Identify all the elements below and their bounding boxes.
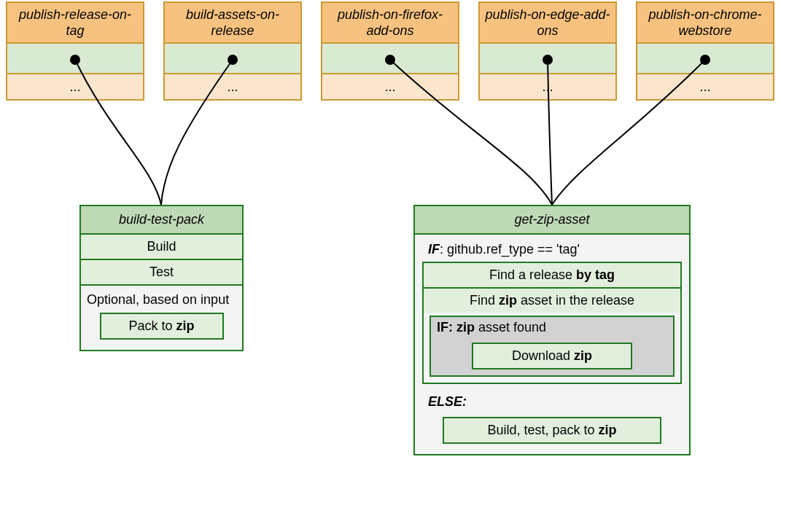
- nested-if-container: IF: zip asset found Download zip: [430, 316, 675, 377]
- workflow-box-publish-on-firefox-add-ons: publish-on-firefox-add-ons ...: [321, 1, 459, 101]
- workflow-title: publish-release-on-tag: [7, 3, 143, 44]
- workflow-dots: ...: [637, 74, 773, 99]
- workflow-dot-band: [7, 44, 143, 74]
- job-title: get-zip-asset: [415, 206, 689, 235]
- workflow-dots: ...: [165, 74, 300, 99]
- workflow-box-build-assets-on-release: build-assets-on-release ...: [163, 1, 302, 101]
- workflow-box-publish-on-edge-add-ons: publish-on-edge-add-ons ...: [478, 1, 617, 101]
- workflow-dot-band: [480, 44, 615, 74]
- workflow-box-publish-release-on-tag: publish-release-on-tag ...: [6, 1, 144, 101]
- workflow-box-publish-on-chrome-webstore: publish-on-chrome-webstore ...: [636, 1, 774, 101]
- job-title: build-test-pack: [81, 206, 242, 235]
- workflow-dot-band: [322, 44, 458, 74]
- diagram-canvas: publish-release-on-tag ... build-assets-…: [0, 0, 789, 532]
- workflow-title: publish-on-chrome-webstore: [637, 3, 773, 44]
- workflow-dots: ...: [480, 74, 615, 99]
- step-build-test-pack-zip: Build, test, pack to zip: [443, 417, 661, 444]
- if-condition-label: IF: github.ref_type == 'tag': [422, 239, 682, 260]
- workflow-title: publish-on-firefox-add-ons: [322, 3, 458, 44]
- job-step-test: Test: [81, 260, 242, 284]
- job-step-pack-to-zip: Pack to zip: [100, 313, 224, 340]
- job-body: IF: github.ref_type == 'tag' Find a rele…: [415, 235, 689, 454]
- workflow-dot-band: [165, 44, 300, 74]
- job-box-get-zip-asset: get-zip-asset IF: github.ref_type == 'ta…: [413, 205, 691, 455]
- workflow-dot-band: [637, 44, 773, 74]
- if-branch-container: Find a release by tag Find zip asset in …: [422, 262, 682, 384]
- job-box-build-test-pack: build-test-pack Build Test Optional, bas…: [79, 205, 244, 351]
- step-find-release-by-tag: Find a release by tag: [424, 263, 680, 289]
- workflow-dots: ...: [322, 74, 458, 99]
- workflow-dots: ...: [7, 74, 143, 99]
- step-download-zip: Download zip: [472, 343, 632, 369]
- else-label: ELSE:: [422, 391, 682, 412]
- job-optional-block: Optional, based on input Pack to zip: [81, 284, 242, 350]
- job-step-build: Build: [81, 235, 242, 260]
- step-find-zip-asset: Find zip asset in the release: [424, 289, 680, 313]
- workflow-title: publish-on-edge-add-ons: [480, 3, 615, 44]
- nested-if-label: IF: zip asset found: [431, 317, 673, 338]
- workflow-title: build-assets-on-release: [165, 3, 300, 44]
- job-optional-label: Optional, based on input: [87, 292, 236, 308]
